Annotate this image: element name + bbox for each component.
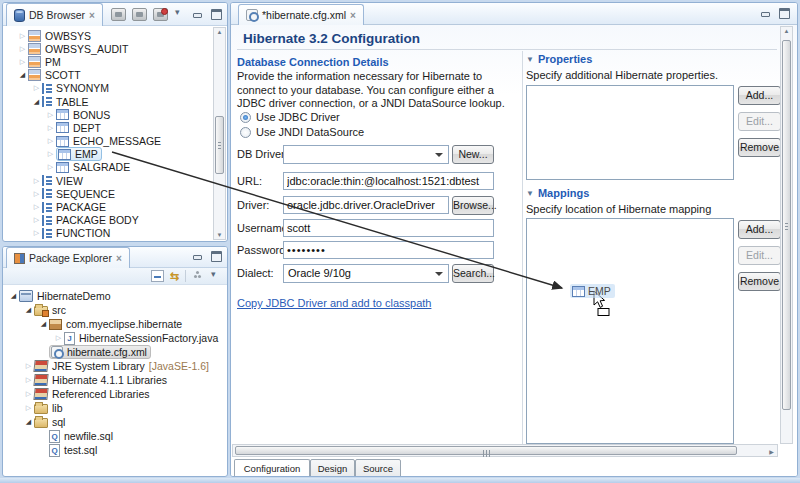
expand-icon[interactable] [31,190,42,198]
tree-item-owbsys[interactable]: OWBSYS [4,29,213,42]
tree-item-echo-message[interactable]: ECHO_MESSAGE [4,135,213,148]
properties-remove-button[interactable]: Remove [738,138,781,157]
tree-item-hibernatesessionfactory[interactable]: JHibernateSessionFactory.java [4,331,225,345]
tree-item-pm[interactable]: PM [4,55,213,68]
radio-selected-icon[interactable] [240,112,251,123]
close-icon[interactable] [116,253,122,264]
tree-item-hibernate-cfg-xml[interactable]: hibernate.cfg.xml [4,345,225,359]
expand-icon[interactable] [23,362,34,370]
package-explorer-tab[interactable]: Package Explorer [6,247,130,268]
tree-item-hibernate-libraries[interactable]: Hibernate 4.1.1 Libraries [4,373,225,387]
url-input[interactable] [283,172,494,190]
scroll-up-icon[interactable]: ▲ [214,29,225,35]
minimize-icon[interactable] [191,251,204,262]
properties-add-button[interactable]: Add... [738,86,781,105]
expand-icon[interactable] [45,124,56,132]
expand-icon[interactable] [31,216,42,224]
expand-icon[interactable] [53,334,64,342]
maximize-icon[interactable] [210,251,223,262]
view-menu-chevron-icon[interactable] [210,271,221,282]
expand-icon[interactable] [45,137,56,145]
copy-jdbc-driver-link[interactable]: Copy JDBC Driver and add to classpath [237,297,431,309]
new-connection-icon[interactable] [132,8,147,21]
collapse-all-icon[interactable] [151,270,164,282]
expand-icon[interactable] [45,150,56,158]
expand-icon[interactable] [23,390,34,398]
section-collapse-icon[interactable] [526,189,534,198]
tree-item-table[interactable]: TABLE [4,95,213,108]
view-menu-chevron-icon[interactable] [174,9,185,20]
tree-item-newfile-sql[interactable]: Qnewfile.sql [4,429,225,443]
tree-item-view[interactable]: VIEW [4,174,213,187]
collapse-icon[interactable] [23,418,34,426]
new-button[interactable]: New... [452,145,494,164]
scroll-down-icon[interactable]: ▼ [214,232,225,238]
tree-item-lib[interactable]: lib [4,401,225,415]
tree-item-sequence[interactable]: SEQUENCE [4,187,213,200]
close-icon[interactable] [350,10,356,21]
tree-item-dept[interactable]: DEPT [4,121,213,134]
tree-item-src[interactable]: src [4,303,225,317]
db-browser-tab[interactable]: DB Browser [6,3,103,26]
use-jdbc-driver-radio[interactable]: Use JDBC Driver [240,111,340,123]
close-icon[interactable] [89,10,95,21]
scroll-right-icon[interactable]: ▶ [766,448,777,455]
tree-item-synonym[interactable]: SYNONYM [4,82,213,95]
mappings-add-button[interactable]: Add... [738,220,781,239]
scrollbar-thumb[interactable] [235,446,737,455]
mappings-remove-button[interactable]: Remove [738,272,781,291]
maximize-icon[interactable] [778,8,791,19]
tree-item-referenced-libraries[interactable]: Referenced Libraries [4,387,225,401]
expand-icon[interactable] [23,404,34,412]
scrollbar-thumb[interactable] [782,40,791,410]
open-connection-icon[interactable] [111,8,126,21]
tree-item-package-body[interactable]: PACKAGE BODY [4,214,213,227]
view-menu-icon[interactable] [192,270,204,282]
link-with-editor-icon[interactable]: ⇆ [170,270,179,282]
expand-icon[interactable] [31,203,42,211]
tree-item-package[interactable]: PACKAGE [4,200,213,213]
db-driver-combo[interactable] [283,145,449,164]
editor-tab-hibernate-cfg[interactable]: *hibernate.cfg.xml [238,4,364,25]
minimize-icon[interactable] [191,9,204,20]
tree-item-owbsys-audit[interactable]: OWBSYS_AUDIT [4,42,213,55]
collapse-icon[interactable] [17,71,28,79]
tab-design[interactable]: Design [310,459,355,477]
expand-icon[interactable] [23,376,34,384]
driver-input[interactable] [283,196,449,214]
properties-list[interactable] [526,85,734,180]
expand-icon[interactable] [31,84,42,92]
tree-item-bonus[interactable]: BONUS [4,108,213,121]
tab-source[interactable]: Source [355,459,401,477]
tree-item-sql[interactable]: sql [4,415,225,429]
use-jndi-datasource-radio[interactable]: Use JNDI DataSource [240,126,364,138]
editor-horizontal-scrollbar[interactable]: ▶ [232,444,778,457]
tree-item-function[interactable]: FUNCTION [4,227,213,240]
mappings-list[interactable] [526,218,734,444]
search-button[interactable]: Search... [452,264,494,283]
expand-icon[interactable] [45,163,56,171]
db-browser-scrollbar[interactable]: ▲ ▼ [213,27,226,240]
radio-unselected-icon[interactable] [240,127,251,138]
username-input[interactable] [283,219,494,237]
tree-item-test-sql[interactable]: Qtest.sql [4,443,225,457]
scrollbar-thumb[interactable] [215,116,224,174]
collapse-icon[interactable] [8,292,19,300]
collapse-icon[interactable] [23,306,34,314]
expand-icon[interactable] [17,58,28,66]
tree-item-package-com-myeclipse-hibernate[interactable]: com.myeclipse.hibernate [4,317,225,331]
tree-item-salgrade[interactable]: SALGRADE [4,161,213,174]
minimize-icon[interactable] [759,8,772,19]
expand-icon[interactable] [31,229,42,237]
tree-item-scott[interactable]: SCOTT [4,69,213,82]
expand-icon[interactable] [31,177,42,185]
close-connection-icon[interactable] [153,8,168,21]
tree-item-hibernatedemo[interactable]: HibernateDemo [4,289,225,303]
tree-item-jre-system-library[interactable]: JRE System Library[JavaSE-1.6] [4,359,225,373]
expand-icon[interactable] [17,45,28,53]
editor-vertical-scrollbar[interactable]: ▲ [780,26,793,444]
mappings-edit-button[interactable]: Edit... [738,246,781,265]
dialect-combo[interactable]: Oracle 9/10g [283,264,449,283]
browse-button[interactable]: Browse... [452,196,494,215]
collapse-icon[interactable] [31,98,42,106]
